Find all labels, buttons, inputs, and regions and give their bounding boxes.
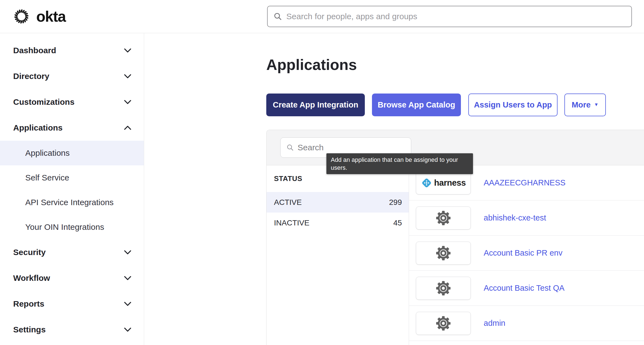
gear-icon: [435, 315, 452, 332]
chevron-down-icon: [124, 327, 131, 332]
chevron-down-icon: [124, 250, 131, 254]
panel-body: STATUS ACTIVE299INACTIVE45 harnessAAAZEE…: [267, 165, 644, 345]
app-row-abhishek-cxe-test: abhishek-cxe-test: [409, 200, 644, 236]
app-name-link[interactable]: Account Basic Test QA: [484, 284, 564, 293]
sidebar-section-customizations[interactable]: Customizations: [0, 89, 144, 115]
gear-icon: [435, 280, 452, 297]
app-name-link[interactable]: Account Basic PR env: [484, 248, 562, 258]
sidebar-item-label: Security: [13, 248, 46, 257]
okta-aura-icon: [12, 7, 31, 26]
sidebar-item-label: Customizations: [13, 97, 74, 107]
gear-icon: [435, 245, 452, 262]
sidebar-item-label: Your OIN Integrations: [25, 222, 104, 232]
gear-icon: [435, 210, 452, 227]
button-label: Create App Integration: [273, 100, 359, 109]
sidebar-section-security[interactable]: Security: [0, 239, 144, 265]
chevron-down-icon: [124, 302, 131, 306]
sidebar-item-label: Applications: [13, 123, 63, 132]
filter-inactive[interactable]: INACTIVE45: [267, 213, 409, 233]
app-icon-tile[interactable]: [416, 207, 471, 230]
assign-users-to-app-button[interactable]: Assign Users to App: [468, 94, 558, 116]
page-title: Applications: [266, 56, 357, 73]
harness-wordmark: harness: [434, 178, 466, 188]
sidebar-section-dashboard[interactable]: Dashboard: [0, 38, 144, 63]
create-app-integration-button[interactable]: Create App Integration: [266, 94, 365, 116]
filter-count: 45: [393, 219, 402, 227]
sidebar-item-applications[interactable]: Applications: [0, 141, 144, 165]
more-button[interactable]: More▼: [564, 94, 606, 116]
filter-active[interactable]: ACTIVE299: [267, 192, 409, 213]
dropdown-caret-icon: ▼: [594, 102, 599, 108]
app-icon-tile[interactable]: [416, 277, 471, 300]
sidebar-item-label: Dashboard: [13, 46, 56, 55]
sidebar-section-directory[interactable]: Directory: [0, 63, 144, 89]
global-search-placeholder: Search for people, apps and groups: [286, 12, 417, 21]
button-label: More: [572, 100, 590, 109]
sidebar-section-applications[interactable]: Applications: [0, 115, 144, 141]
app-row-account-basic-pr-env: Account Basic PR env: [409, 236, 644, 271]
chevron-down-icon: [124, 48, 131, 53]
okta-wordmark: okta: [36, 8, 66, 25]
chevron-up-icon: [124, 126, 131, 130]
okta-logo: okta: [12, 0, 66, 33]
app-name-link[interactable]: admin: [484, 319, 505, 328]
chevron-down-icon: [124, 276, 131, 280]
filter-label: ACTIVE: [274, 198, 302, 207]
action-buttons: Create App IntegrationBrowse App Catalog…: [266, 94, 606, 116]
sidebar-item-label: Settings: [13, 325, 46, 334]
button-label: Assign Users to App: [474, 100, 552, 109]
sidebar-item-api-service-integrations[interactable]: API Service Integrations: [0, 190, 144, 215]
app-icon-tile[interactable]: [416, 242, 471, 265]
search-icon: [287, 144, 294, 151]
sidebar-nav: DashboardDirectoryCustomizationsApplicat…: [0, 33, 144, 345]
app-row-account-basic-test-qa: Account Basic Test QA: [409, 271, 644, 306]
sidebar-item-self-service[interactable]: Self Service: [0, 165, 144, 190]
status-filter-column: STATUS ACTIVE299INACTIVE45: [267, 165, 409, 345]
app-icon-tile[interactable]: harness: [416, 171, 471, 194]
app-name-link[interactable]: AAAZEECGHARNESS: [484, 178, 565, 187]
sidebar-item-label: Applications: [25, 148, 70, 158]
app-icon-tile[interactable]: [416, 312, 471, 335]
sidebar-item-label: API Service Integrations: [25, 198, 114, 207]
app-search-placeholder: Search: [298, 143, 324, 152]
global-search-input[interactable]: Search for people, apps and groups: [267, 6, 632, 27]
app-name-link[interactable]: abhishek-cxe-test: [484, 213, 546, 222]
chevron-down-icon: [124, 100, 131, 104]
applications-panel: Search Add an application that can be as…: [266, 130, 644, 345]
sidebar-item-label: Reports: [13, 299, 44, 309]
panel-toolbar: Search Add an application that can be as…: [267, 130, 644, 165]
sidebar-item-label: Self Service: [25, 173, 69, 182]
search-icon: [274, 12, 282, 21]
app-list: harnessAAAZEECGHARNESSabhishek-cxe-testA…: [409, 165, 644, 345]
sidebar-section-settings[interactable]: Settings: [0, 317, 144, 343]
top-header: okta Search for people, apps and groups: [0, 0, 644, 33]
tooltip: Add an application that can be assigned …: [326, 153, 473, 174]
sidebar-section-reports[interactable]: Reports: [0, 291, 144, 317]
sidebar-item-your-oin-integrations[interactable]: Your OIN Integrations: [0, 215, 144, 239]
sidebar-section-workflow[interactable]: Workflow: [0, 265, 144, 291]
main-content: Applications Create App IntegrationBrows…: [144, 33, 644, 345]
button-label: Browse App Catalog: [378, 100, 455, 109]
sidebar-item-label: Directory: [13, 72, 49, 81]
filter-count: 299: [389, 198, 402, 207]
sidebar-item-label: Workflow: [13, 273, 50, 283]
app-row-admin: admin: [409, 306, 644, 341]
harness-logo-icon: [421, 177, 432, 189]
filter-label: INACTIVE: [274, 219, 309, 227]
chevron-down-icon: [124, 74, 131, 78]
browse-app-catalog-button[interactable]: Browse App Catalog: [372, 94, 461, 116]
